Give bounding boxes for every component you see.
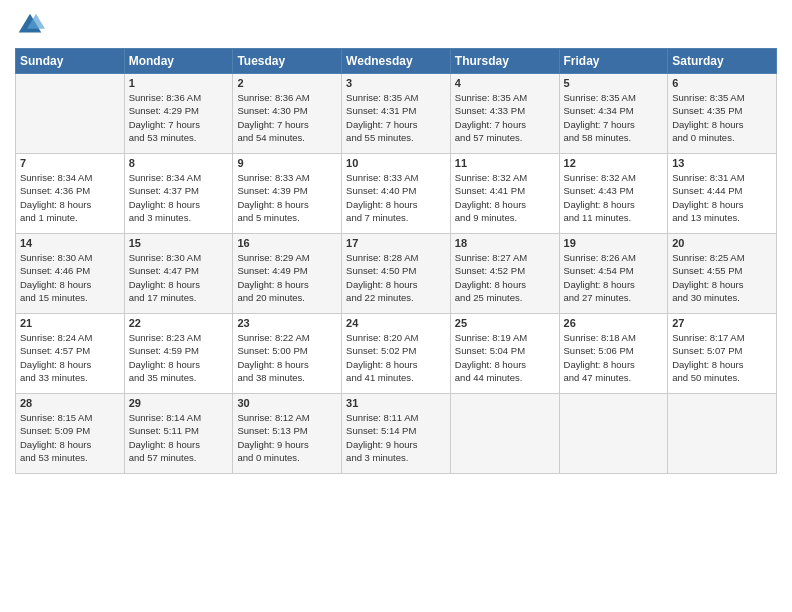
day-info: Sunrise: 8:11 AMSunset: 5:14 PMDaylight:… <box>346 411 446 464</box>
day-info: Sunrise: 8:32 AMSunset: 4:43 PMDaylight:… <box>564 171 664 224</box>
day-info: Sunrise: 8:34 AMSunset: 4:37 PMDaylight:… <box>129 171 229 224</box>
calendar-cell: 9Sunrise: 8:33 AMSunset: 4:39 PMDaylight… <box>233 154 342 234</box>
day-number: 7 <box>20 157 120 169</box>
logo <box>15 10 49 40</box>
day-info: Sunrise: 8:14 AMSunset: 5:11 PMDaylight:… <box>129 411 229 464</box>
header <box>15 10 777 40</box>
day-info: Sunrise: 8:35 AMSunset: 4:34 PMDaylight:… <box>564 91 664 144</box>
calendar-row: 7Sunrise: 8:34 AMSunset: 4:36 PMDaylight… <box>16 154 777 234</box>
day-info: Sunrise: 8:35 AMSunset: 4:35 PMDaylight:… <box>672 91 772 144</box>
day-info: Sunrise: 8:15 AMSunset: 5:09 PMDaylight:… <box>20 411 120 464</box>
day-number: 12 <box>564 157 664 169</box>
day-info: Sunrise: 8:18 AMSunset: 5:06 PMDaylight:… <box>564 331 664 384</box>
weekday-header: Wednesday <box>342 49 451 74</box>
day-info: Sunrise: 8:27 AMSunset: 4:52 PMDaylight:… <box>455 251 555 304</box>
weekday-header: Sunday <box>16 49 125 74</box>
weekday-header: Tuesday <box>233 49 342 74</box>
day-number: 31 <box>346 397 446 409</box>
day-number: 18 <box>455 237 555 249</box>
day-number: 4 <box>455 77 555 89</box>
day-number: 29 <box>129 397 229 409</box>
day-info: Sunrise: 8:36 AMSunset: 4:29 PMDaylight:… <box>129 91 229 144</box>
day-number: 22 <box>129 317 229 329</box>
day-info: Sunrise: 8:30 AMSunset: 4:46 PMDaylight:… <box>20 251 120 304</box>
day-info: Sunrise: 8:20 AMSunset: 5:02 PMDaylight:… <box>346 331 446 384</box>
day-number: 26 <box>564 317 664 329</box>
day-number: 2 <box>237 77 337 89</box>
calendar-cell: 23Sunrise: 8:22 AMSunset: 5:00 PMDayligh… <box>233 314 342 394</box>
day-info: Sunrise: 8:23 AMSunset: 4:59 PMDaylight:… <box>129 331 229 384</box>
day-number: 5 <box>564 77 664 89</box>
day-info: Sunrise: 8:24 AMSunset: 4:57 PMDaylight:… <box>20 331 120 384</box>
day-number: 17 <box>346 237 446 249</box>
day-info: Sunrise: 8:26 AMSunset: 4:54 PMDaylight:… <box>564 251 664 304</box>
calendar-cell: 17Sunrise: 8:28 AMSunset: 4:50 PMDayligh… <box>342 234 451 314</box>
day-info: Sunrise: 8:32 AMSunset: 4:41 PMDaylight:… <box>455 171 555 224</box>
calendar-cell: 4Sunrise: 8:35 AMSunset: 4:33 PMDaylight… <box>450 74 559 154</box>
day-info: Sunrise: 8:36 AMSunset: 4:30 PMDaylight:… <box>237 91 337 144</box>
day-number: 30 <box>237 397 337 409</box>
weekday-header: Thursday <box>450 49 559 74</box>
calendar-cell: 13Sunrise: 8:31 AMSunset: 4:44 PMDayligh… <box>668 154 777 234</box>
calendar-cell: 26Sunrise: 8:18 AMSunset: 5:06 PMDayligh… <box>559 314 668 394</box>
day-info: Sunrise: 8:28 AMSunset: 4:50 PMDaylight:… <box>346 251 446 304</box>
weekday-header: Saturday <box>668 49 777 74</box>
day-number: 23 <box>237 317 337 329</box>
calendar-table: SundayMondayTuesdayWednesdayThursdayFrid… <box>15 48 777 474</box>
day-number: 27 <box>672 317 772 329</box>
day-info: Sunrise: 8:33 AMSunset: 4:40 PMDaylight:… <box>346 171 446 224</box>
calendar-cell <box>16 74 125 154</box>
calendar-cell: 7Sunrise: 8:34 AMSunset: 4:36 PMDaylight… <box>16 154 125 234</box>
calendar-cell: 5Sunrise: 8:35 AMSunset: 4:34 PMDaylight… <box>559 74 668 154</box>
calendar-cell: 14Sunrise: 8:30 AMSunset: 4:46 PMDayligh… <box>16 234 125 314</box>
day-number: 15 <box>129 237 229 249</box>
day-info: Sunrise: 8:17 AMSunset: 5:07 PMDaylight:… <box>672 331 772 384</box>
day-number: 16 <box>237 237 337 249</box>
day-info: Sunrise: 8:22 AMSunset: 5:00 PMDaylight:… <box>237 331 337 384</box>
day-info: Sunrise: 8:25 AMSunset: 4:55 PMDaylight:… <box>672 251 772 304</box>
day-info: Sunrise: 8:30 AMSunset: 4:47 PMDaylight:… <box>129 251 229 304</box>
weekday-header: Monday <box>124 49 233 74</box>
calendar-cell: 8Sunrise: 8:34 AMSunset: 4:37 PMDaylight… <box>124 154 233 234</box>
calendar-row: 1Sunrise: 8:36 AMSunset: 4:29 PMDaylight… <box>16 74 777 154</box>
day-info: Sunrise: 8:33 AMSunset: 4:39 PMDaylight:… <box>237 171 337 224</box>
day-number: 19 <box>564 237 664 249</box>
header-row: SundayMondayTuesdayWednesdayThursdayFrid… <box>16 49 777 74</box>
calendar-cell <box>559 394 668 474</box>
calendar-cell: 28Sunrise: 8:15 AMSunset: 5:09 PMDayligh… <box>16 394 125 474</box>
calendar-cell: 27Sunrise: 8:17 AMSunset: 5:07 PMDayligh… <box>668 314 777 394</box>
day-number: 21 <box>20 317 120 329</box>
calendar-cell: 1Sunrise: 8:36 AMSunset: 4:29 PMDaylight… <box>124 74 233 154</box>
day-number: 13 <box>672 157 772 169</box>
day-number: 25 <box>455 317 555 329</box>
day-number: 1 <box>129 77 229 89</box>
calendar-cell: 10Sunrise: 8:33 AMSunset: 4:40 PMDayligh… <box>342 154 451 234</box>
calendar-cell: 2Sunrise: 8:36 AMSunset: 4:30 PMDaylight… <box>233 74 342 154</box>
day-info: Sunrise: 8:19 AMSunset: 5:04 PMDaylight:… <box>455 331 555 384</box>
calendar-cell: 6Sunrise: 8:35 AMSunset: 4:35 PMDaylight… <box>668 74 777 154</box>
calendar-row: 28Sunrise: 8:15 AMSunset: 5:09 PMDayligh… <box>16 394 777 474</box>
day-number: 9 <box>237 157 337 169</box>
calendar-cell: 31Sunrise: 8:11 AMSunset: 5:14 PMDayligh… <box>342 394 451 474</box>
calendar-cell: 22Sunrise: 8:23 AMSunset: 4:59 PMDayligh… <box>124 314 233 394</box>
calendar-cell: 15Sunrise: 8:30 AMSunset: 4:47 PMDayligh… <box>124 234 233 314</box>
calendar-cell: 30Sunrise: 8:12 AMSunset: 5:13 PMDayligh… <box>233 394 342 474</box>
day-number: 11 <box>455 157 555 169</box>
day-number: 14 <box>20 237 120 249</box>
calendar-cell: 12Sunrise: 8:32 AMSunset: 4:43 PMDayligh… <box>559 154 668 234</box>
calendar-cell: 25Sunrise: 8:19 AMSunset: 5:04 PMDayligh… <box>450 314 559 394</box>
day-info: Sunrise: 8:34 AMSunset: 4:36 PMDaylight:… <box>20 171 120 224</box>
day-number: 10 <box>346 157 446 169</box>
calendar-cell: 21Sunrise: 8:24 AMSunset: 4:57 PMDayligh… <box>16 314 125 394</box>
calendar-row: 14Sunrise: 8:30 AMSunset: 4:46 PMDayligh… <box>16 234 777 314</box>
day-number: 3 <box>346 77 446 89</box>
calendar-cell: 16Sunrise: 8:29 AMSunset: 4:49 PMDayligh… <box>233 234 342 314</box>
calendar-cell: 11Sunrise: 8:32 AMSunset: 4:41 PMDayligh… <box>450 154 559 234</box>
day-number: 8 <box>129 157 229 169</box>
day-info: Sunrise: 8:35 AMSunset: 4:31 PMDaylight:… <box>346 91 446 144</box>
day-number: 6 <box>672 77 772 89</box>
calendar-cell <box>668 394 777 474</box>
main-container: SundayMondayTuesdayWednesdayThursdayFrid… <box>0 0 792 484</box>
calendar-row: 21Sunrise: 8:24 AMSunset: 4:57 PMDayligh… <box>16 314 777 394</box>
day-number: 28 <box>20 397 120 409</box>
